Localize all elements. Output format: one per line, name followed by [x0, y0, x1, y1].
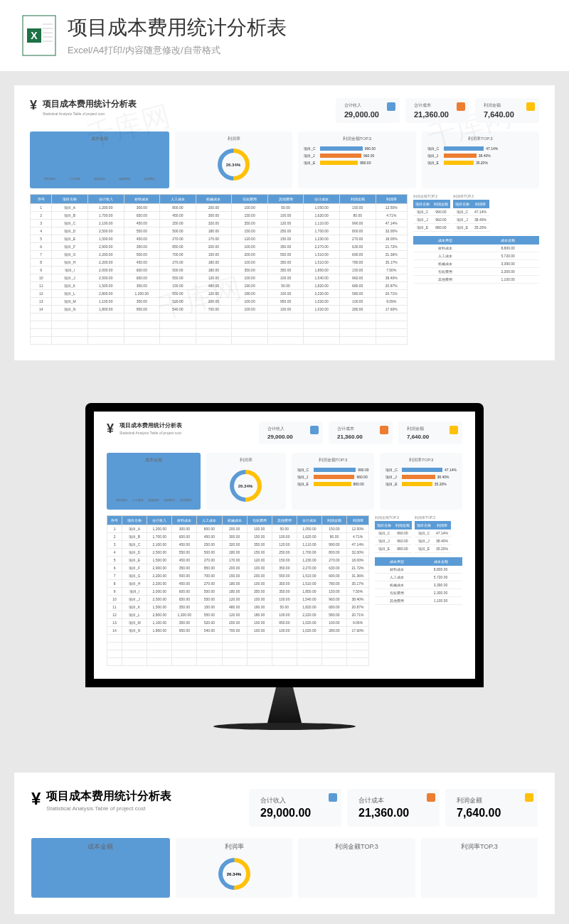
page-title: 项目成本费用统计分析表 — [68, 14, 287, 41]
side-row: 材料成本8,800.00 — [375, 566, 462, 574]
table-row: 10项目_J2,500.00650.00550.00120.00100.0010… — [31, 274, 408, 282]
kpi-icon — [310, 426, 319, 434]
side-row: 包装费用2,300.00 — [413, 268, 539, 276]
table-row-empty — [31, 337, 408, 345]
side-panel: 利润金额TOP.3 项目名称利润金额 项目_C990.00项目_J960.00项… — [375, 515, 462, 666]
table-row-empty — [31, 329, 408, 337]
bar-item: 包装费用 — [164, 490, 175, 502]
table-row: 2项目_B1,700.00650.00450.00300.00150.00100… — [31, 212, 408, 220]
side-table-block: 利润率TOP.3 项目名称利润率 项目_C47.14%项目_J38.40%项目_… — [415, 515, 451, 553]
table-row: 1项目_A1,200.00300.00800.00200.00100.0050.… — [31, 204, 408, 212]
svg-rect-14 — [329, 793, 337, 802]
kpi-value: 29,000.00 — [260, 807, 330, 820]
side-row: 包装费用2,300.00 — [375, 589, 462, 597]
bar-item: 人工成本 — [132, 478, 144, 502]
table-row-empty — [107, 650, 369, 658]
kpi-card-2: 利润金额 7,640.00 — [475, 98, 539, 123]
side-row: 机械成本3,390.00 — [413, 260, 539, 268]
table-header: 包装费用 — [247, 516, 272, 525]
main-data-table: 序号项目名称合计收入材料成本人工成本机械成本包装费用其他费用合计成本利润金额利润… — [107, 515, 369, 666]
monitor-stand — [256, 687, 313, 723]
kpi-card-0: 合计收入 29,000.00 — [336, 98, 400, 123]
top3-row: 项目_C 47.14% — [385, 468, 457, 472]
side-row: 项目_E880.00 — [375, 545, 412, 553]
kpi-value: 29,000.00 — [344, 110, 391, 119]
svg-rect-16 — [525, 793, 533, 802]
top3-chart-2: 利润金额TOP.3 项目_C 990.00 项目_J 960.00 项目_E 8… — [298, 131, 415, 188]
donut-chart-title: 利润率 — [180, 842, 288, 852]
table-row-empty — [107, 635, 369, 643]
table-header: 序号 — [31, 195, 52, 204]
side-row: 项目_J960.00 — [375, 537, 412, 545]
side-row: 人工成本5,720.00 — [375, 574, 462, 581]
table-header: 利润率 — [347, 516, 369, 525]
kpi-icon — [457, 102, 465, 111]
charts-row: 成本金额 材料成本 人工成本 机械成本 包装费用 其他费用 利润率 26.34%… — [98, 450, 471, 512]
table-row: 11项目_K1,500.00350.00150.00480.00190.0050… — [31, 282, 408, 290]
top3-row: 项目_E 880.00 — [304, 161, 410, 165]
bar-chart: 成本金额 材料成本 人工成本 机械成本 包装费用 其他费用 — [30, 131, 169, 188]
table-row: 3项目_C2,100.00450.00250.00320.00350.00120… — [31, 220, 408, 227]
bar-chart-box: 成本金额 — [31, 838, 170, 898]
side-row: 机械成本3,390.00 — [375, 581, 462, 589]
table-row: 9项目_I2,000.00600.00500.00180.00350.00350… — [31, 267, 408, 274]
table-header: 机械成本 — [222, 516, 247, 525]
kpi-card-0: 合计收入 29,000.00 — [259, 421, 323, 444]
top3-row: 项目_C 990.00 — [297, 468, 369, 472]
monitor-base — [213, 723, 356, 730]
table-header: 合计成本 — [304, 195, 340, 204]
kpi-label: 合计成本 — [358, 796, 428, 805]
side-row: 其他费用1,100.00 — [413, 276, 539, 284]
table-header: 包装费用 — [232, 195, 268, 204]
bar-item: 材料成本 — [116, 468, 127, 502]
kpi-label: 合计收入 — [267, 426, 314, 432]
table-row: 7项目_G2,200.00500.00700.00150.00200.00550… — [31, 251, 408, 259]
donut-chart-box: 利润率 26.34% — [175, 131, 292, 188]
yen-icon: ¥ — [30, 98, 37, 113]
table-header: 合计收入 — [87, 195, 124, 204]
table-header: 机械成本 — [196, 195, 232, 204]
bar-item: 机械成本 — [148, 486, 159, 502]
top3-row: 项目_J 38.40% — [385, 475, 457, 479]
kpi-icon — [329, 793, 337, 802]
table-header: 利润率 — [376, 195, 407, 204]
side-table-block: 利润金额TOP.3 项目名称利润金额 项目_C990.00项目_J960.00项… — [413, 194, 450, 232]
side-row: 项目_E35.20% — [453, 224, 489, 232]
template-preview-cropped: ¥ 项目成本费用统计分析表 Statistical Analysis Table… — [14, 773, 555, 914]
main-table-area: 序号项目名称合计收入材料成本人工成本机械成本包装费用其他费用合计成本利润金额利润… — [107, 515, 369, 666]
table-row: 1项目_A1,200.00300.00800.00200.00100.0050.… — [107, 525, 369, 533]
kpi-icon — [525, 793, 533, 802]
side-row: 材料成本8,800.00 — [413, 245, 539, 252]
bar-item: 包装费用 — [119, 168, 130, 181]
bar-item: 其他费用 — [144, 172, 155, 181]
top3-rate-box: 利润率TOP.3 — [421, 838, 538, 898]
table-row: 5项目_E1,500.00450.00270.00170.00120.00150… — [107, 557, 369, 564]
side-table-block: 成本类型成本金额 材料成本8,800.00人工成本5,720.00机械成本3,3… — [413, 236, 539, 284]
kpi-icon — [526, 102, 535, 111]
charts-row: 成本金额 材料成本 人工成本 机械成本 包装费用 其他费用 利润率 26.34%… — [21, 129, 548, 191]
top3-row: 项目_J 960.00 — [297, 475, 369, 479]
side-row: 项目_C990.00 — [375, 530, 412, 537]
donut: 26.34% — [211, 142, 257, 188]
excel-icon: X — [21, 14, 57, 57]
kpi-card-1: 合计成本 21,360.00 — [347, 789, 440, 827]
table-row: 14项目_N1,800.00950.00540.00700.00100.0010… — [107, 627, 369, 635]
svg-rect-13 — [450, 426, 458, 434]
top3-row: 项目_E 880.00 — [297, 482, 369, 486]
svg-rect-10 — [526, 102, 535, 111]
table-row: 8项目_H2,200.00450.00270.00180.00100.00350… — [107, 580, 369, 588]
table-row: 4项目_D2,500.00550.00500.00180.00150.00250… — [31, 227, 408, 235]
kpi-value: 21,360.00 — [414, 110, 461, 119]
table-row-empty — [107, 643, 369, 650]
table-row: 4项目_D2,500.00550.00500.00180.00150.00250… — [107, 549, 369, 557]
side-row: 项目_C47.14% — [453, 208, 489, 216]
kpi-value: 29,000.00 — [267, 434, 314, 440]
table-header: 人工成本 — [160, 195, 196, 204]
side-row: 项目_E880.00 — [413, 224, 450, 232]
bar-chart: 成本金额 材料成本 人工成本 机械成本 包装费用 其他费用 — [107, 453, 201, 510]
kpi-value: 7,640.00 — [407, 434, 454, 440]
doc-title: 项目成本费用统计分析表 — [43, 98, 137, 110]
table-row: 9项目_I2,000.00600.00500.00180.00350.00350… — [107, 588, 369, 596]
side-table-block: 利润金额TOP.3 项目名称利润金额 项目_C990.00项目_J960.00项… — [375, 515, 412, 553]
doc-title: 项目成本费用统计分析表 — [46, 789, 171, 804]
